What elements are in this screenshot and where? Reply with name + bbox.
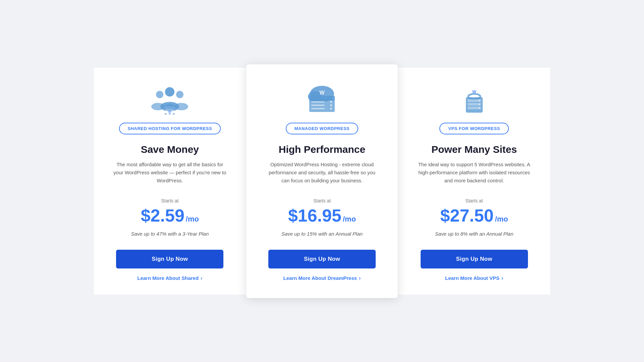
- pricing-card-shared: W SHARED HOSTING FOR WORDPRESS Save Mone…: [94, 68, 246, 295]
- svg-point-28: [479, 104, 480, 105]
- pricing-container: W SHARED HOSTING FOR WORDPRESS Save Mone…: [80, 61, 564, 301]
- shared-plan-description: The most affordable way to get all the b…: [113, 161, 227, 187]
- svg-point-16: [330, 101, 332, 103]
- svg-point-18: [330, 104, 332, 106]
- svg-rect-17: [311, 105, 325, 106]
- vps-savings-text: Save up to 8% with an Annual Plan: [435, 231, 514, 239]
- vps-learn-more-link[interactable]: Learn More About VPS ›: [445, 275, 503, 281]
- vps-learn-more-label: Learn More About VPS: [445, 275, 499, 281]
- svg-rect-19: [311, 108, 325, 109]
- vps-signup-button[interactable]: Sign Up Now: [421, 250, 528, 268]
- pricing-card-managed: W MANAGED WORDPRESS High Performance Opt…: [246, 64, 398, 298]
- svg-point-29: [479, 107, 480, 109]
- managed-signup-button[interactable]: Sign Up Now: [268, 250, 376, 268]
- svg-point-20: [330, 108, 332, 110]
- svg-point-27: [479, 100, 480, 101]
- svg-point-5: [175, 103, 188, 110]
- managed-wordpress-icon: W: [302, 84, 342, 115]
- svg-point-4: [151, 103, 165, 110]
- vps-price-period: /mo: [495, 215, 508, 224]
- pricing-card-vps: W VPS FOR WORDPRESS Power Many Sites The…: [398, 68, 550, 295]
- vps-starts-at: Starts at: [466, 198, 483, 203]
- vps-plan-description: The ideal way to support 5 WordPress web…: [417, 161, 531, 187]
- shared-savings-text: Save up to 47% with a 3-Year Plan: [131, 231, 209, 239]
- vps-price-row: $27.50 /mo: [440, 205, 508, 226]
- managed-plan-description: Optimized WordPress Hosting - extreme cl…: [265, 161, 379, 187]
- managed-price-period: /mo: [343, 215, 356, 224]
- managed-price-row: $16.95 /mo: [288, 205, 356, 226]
- svg-point-1: [156, 91, 163, 98]
- svg-rect-15: [311, 101, 325, 103]
- shared-price-row: $2.59 /mo: [141, 205, 199, 226]
- vps-icon: W: [454, 84, 494, 115]
- shared-learn-more-label: Learn More About Shared: [137, 275, 199, 281]
- managed-learn-more-link[interactable]: Learn More About DreamPress ›: [283, 275, 361, 281]
- shared-learn-more-link[interactable]: Learn More About Shared ›: [137, 275, 202, 281]
- vps-price-amount: $27.50: [440, 205, 494, 226]
- chevron-right-icon: ›: [201, 275, 202, 281]
- shared-signup-button[interactable]: Sign Up Now: [116, 250, 223, 268]
- chevron-right-icon: ›: [501, 275, 503, 281]
- svg-point-0: [165, 87, 174, 97]
- managed-savings-text: Save up to 15% with an Annual Plan: [281, 231, 363, 239]
- managed-plan-title: High Performance: [279, 144, 365, 155]
- shared-plan-title: Save Money: [141, 144, 199, 155]
- chevron-right-icon: ›: [359, 275, 361, 281]
- shared-starts-at: Starts at: [161, 198, 178, 203]
- shared-plan-badge: SHARED HOSTING FOR WORDPRESS: [119, 123, 221, 134]
- svg-text:W: W: [472, 89, 477, 94]
- svg-point-2: [176, 91, 183, 98]
- vps-plan-badge: VPS FOR WORDPRESS: [439, 123, 508, 134]
- managed-price-amount: $16.95: [288, 205, 341, 226]
- shared-hosting-icon: W: [150, 84, 190, 115]
- managed-starts-at: Starts at: [313, 198, 331, 203]
- shared-price-amount: $2.59: [141, 205, 184, 226]
- svg-text:W: W: [319, 90, 325, 96]
- vps-plan-title: Power Many Sites: [431, 144, 517, 155]
- svg-rect-23: [468, 94, 480, 99]
- managed-plan-badge: MANAGED WORDPRESS: [286, 123, 359, 134]
- managed-learn-more-label: Learn More About DreamPress: [283, 275, 357, 281]
- shared-price-period: /mo: [186, 215, 199, 224]
